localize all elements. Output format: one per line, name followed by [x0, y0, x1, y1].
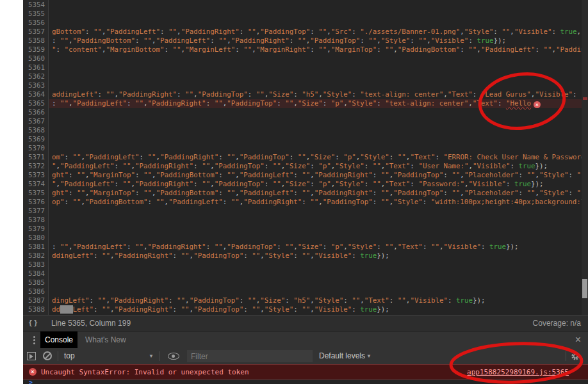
- code-token: "": [452, 189, 460, 197]
- line-number[interactable]: 5378: [23, 216, 48, 225]
- line-number[interactable]: 5371: [23, 153, 48, 162]
- line-number[interactable]: 5362: [23, 72, 48, 81]
- code-line[interactable]: ": "content","MarginBottom": "","MarginL…: [49, 45, 582, 54]
- line-number[interactable]: 5357: [23, 28, 48, 36]
- code-token: "": [298, 36, 306, 45]
- line-number[interactable]: 5386: [23, 287, 48, 296]
- code-line[interactable]: ght": "","MarginTop": "","PaddingBottom"…: [49, 189, 582, 198]
- pretty-print-icon[interactable]: {}: [28, 318, 39, 328]
- code-line[interactable]: dingLeft": "","PaddingRight": "","Paddin…: [49, 296, 582, 305]
- line-number[interactable]: 5388: [23, 305, 48, 314]
- code-line[interactable]: [49, 117, 582, 126]
- code-line[interactable]: addingLeft": "","PaddingRight": "","Padd…: [49, 90, 582, 99]
- code-line[interactable]: [49, 207, 582, 216]
- editor-scrollbar[interactable]: [582, 0, 588, 315]
- code-line[interactable]: [49, 278, 582, 287]
- line-number[interactable]: 5359: [23, 45, 48, 54]
- line-number[interactable]: 5369: [23, 135, 48, 144]
- line-number[interactable]: 5354: [23, 1, 48, 10]
- execution-context-selector[interactable]: top: [64, 351, 75, 360]
- source-editor[interactable]: 5354535553565357535853595360536153625363…: [23, 0, 588, 315]
- code-area[interactable]: gBottom": "","PaddingLeft": "","PaddingR…: [49, 0, 582, 315]
- log-levels-dropdown[interactable]: Default levels: [319, 351, 365, 360]
- close-icon[interactable]: ×: [575, 333, 581, 346]
- code-line[interactable]: [49, 135, 582, 144]
- line-number[interactable]: 5356: [23, 19, 48, 28]
- code-line[interactable]: ","PaddingLeft": "","PaddingRight": "","…: [49, 180, 582, 189]
- error-source-link[interactable]: app1588252989169.js:5365: [467, 367, 569, 377]
- code-line[interactable]: [49, 216, 582, 225]
- line-number-gutter[interactable]: 5354535553565357535853595360536153625363…: [23, 0, 49, 315]
- code-line[interactable]: [49, 260, 582, 269]
- code-line[interactable]: [49, 10, 582, 19]
- code-line[interactable]: [49, 72, 582, 81]
- gear-icon[interactable]: [571, 351, 580, 361]
- code-token: :: [352, 252, 360, 260]
- line-number[interactable]: 5360: [23, 54, 48, 63]
- code-line[interactable]: ddingLeft": "","PaddingRight": "","Paddi…: [49, 252, 582, 260]
- code-line[interactable]: [49, 63, 582, 72]
- line-number[interactable]: 5358: [23, 36, 48, 45]
- tab-console[interactable]: Console: [40, 332, 78, 349]
- code-line[interactable]: op": "","PaddingBottom": "","PaddingLeft…: [49, 198, 582, 207]
- line-number[interactable]: 5379: [23, 225, 48, 234]
- code-line[interactable]: [49, 1, 582, 10]
- code-line[interactable]: [49, 234, 582, 243]
- code-line[interactable]: ght": "","MarginTop": "","PaddingBottom"…: [49, 171, 582, 180]
- code-line[interactable]: [49, 144, 582, 153]
- code-token: "": [94, 28, 102, 36]
- code-line[interactable]: om": "","PaddingLeft": "","PaddingRight"…: [49, 153, 582, 162]
- code-line[interactable]: [49, 269, 582, 278]
- tab-whats-new[interactable]: What's New: [85, 332, 126, 349]
- line-number[interactable]: 5385: [23, 278, 48, 287]
- line-number[interactable]: 5382: [23, 252, 48, 260]
- code-line[interactable]: [49, 108, 582, 117]
- code-line[interactable]: : "","PaddingLeft": "","PaddingRight": "…: [49, 99, 582, 108]
- filter-input[interactable]: [187, 350, 313, 362]
- line-number[interactable]: 5380: [23, 234, 48, 243]
- kebab-menu-icon[interactable]: [33, 336, 35, 338]
- code-line[interactable]: : "","PaddingLeft": "","PaddingRight": "…: [49, 243, 582, 252]
- line-number[interactable]: 5381: [23, 243, 48, 252]
- code-line[interactable]: [49, 126, 582, 135]
- line-number[interactable]: 5375: [23, 189, 48, 198]
- code-line[interactable]: [49, 81, 582, 90]
- code-line[interactable]: [49, 19, 582, 28]
- line-number[interactable]: 5383: [23, 260, 48, 269]
- scrollbar-thumb[interactable]: [582, 279, 587, 298]
- line-number[interactable]: 5368: [23, 126, 48, 135]
- line-number[interactable]: 5365: [23, 99, 48, 108]
- console-prompt-row[interactable]: >: [23, 380, 588, 384]
- code-token: "": [181, 252, 190, 260]
- line-number[interactable]: 5372: [23, 162, 48, 171]
- live-expression-eye-icon[interactable]: [168, 353, 179, 360]
- code-token: "": [60, 99, 69, 108]
- line-number[interactable]: 5374: [23, 180, 48, 189]
- line-number[interactable]: 5387: [23, 296, 48, 305]
- code-token: "Size": [310, 153, 335, 161]
- line-number[interactable]: 5363: [23, 81, 48, 90]
- line-number[interactable]: 5361: [23, 63, 48, 72]
- code-line[interactable]: ","PaddingLeft": "","PaddingRight": "","…: [49, 162, 582, 171]
- line-number[interactable]: 5366: [23, 108, 48, 117]
- line-number[interactable]: 5364: [23, 90, 48, 99]
- line-number[interactable]: 5377: [23, 207, 48, 216]
- code-token: :: [115, 180, 123, 188]
- clear-console-icon[interactable]: [43, 351, 52, 360]
- code-token: "": [202, 180, 210, 188]
- line-number[interactable]: 5384: [23, 269, 48, 278]
- code-line[interactable]: ddingLeft": "","PaddingRight": "","Paddi…: [49, 305, 582, 314]
- code-line[interactable]: [49, 54, 582, 63]
- line-number[interactable]: 5373: [23, 171, 48, 180]
- line-number[interactable]: 5376: [23, 198, 48, 207]
- code-token: :: [218, 171, 227, 179]
- code-line[interactable]: [49, 225, 582, 234]
- code-line[interactable]: gBottom": "","PaddingLeft": "","PaddingR…: [49, 28, 582, 36]
- line-number[interactable]: 5367: [23, 117, 48, 126]
- console-error-row: × Uncaught SyntaxError: Invalid or unexp…: [23, 364, 588, 380]
- code-line[interactable]: : "","PaddingBottom": "","PaddingLeft": …: [49, 36, 582, 45]
- line-number[interactable]: 5355: [23, 10, 48, 19]
- line-number[interactable]: 5370: [23, 144, 48, 153]
- code-line[interactable]: [49, 287, 582, 296]
- console-sidebar-toggle-icon[interactable]: [27, 352, 36, 360]
